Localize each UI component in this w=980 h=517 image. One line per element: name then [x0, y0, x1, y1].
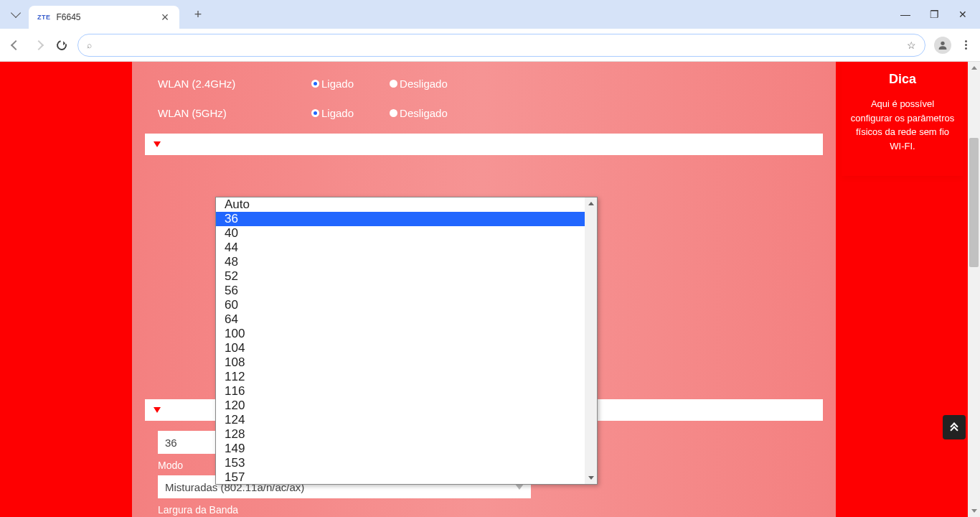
tip-body: Aqui é possível configurar os parâmetros… [850, 97, 955, 153]
person-icon [937, 39, 948, 51]
bookmark-star-icon[interactable]: ☆ [907, 39, 916, 51]
arrow-left-icon [11, 39, 21, 50]
scroll-down-button[interactable] [585, 472, 597, 484]
radio-label-off: Desligado [400, 78, 448, 90]
svg-point-0 [941, 41, 944, 45]
dropdown-scrollbar[interactable] [585, 197, 597, 484]
reload-icon [55, 38, 68, 52]
chevron-down-icon [11, 8, 21, 18]
radio-label-off: Desligado [400, 107, 448, 119]
channel-dropdown-popup: Auto364044485256606410010410811211612012… [215, 197, 598, 485]
wlan-24ghz-row: WLAN (2.4GHz) Ligado Desligado [145, 69, 823, 98]
channel-option[interactable]: 128 [216, 427, 585, 442]
back-to-top-button[interactable] [943, 415, 966, 439]
back-button[interactable] [9, 38, 23, 52]
wlan-5ghz-label: WLAN (5GHz) [158, 107, 311, 119]
reload-button[interactable] [55, 38, 69, 52]
select-arrow-icon [515, 484, 524, 490]
close-tab-icon[interactable]: × [159, 11, 171, 24]
tab-search-dropdown[interactable] [6, 4, 26, 24]
channel-option[interactable]: 157 [216, 470, 585, 484]
channel-option[interactable]: 40 [216, 226, 585, 241]
channel-option[interactable]: 48 [216, 255, 585, 269]
channel-option[interactable]: 36 [216, 212, 585, 226]
channel-option[interactable]: 116 [216, 384, 585, 399]
close-window-button[interactable]: ✕ [957, 9, 969, 20]
bandwidth-label: Largura da Banda [145, 498, 823, 517]
kebab-menu-button[interactable] [960, 40, 971, 50]
scroll-up-button[interactable] [585, 197, 597, 210]
channel-option[interactable]: 52 [216, 269, 585, 284]
new-tab-button[interactable]: + [188, 4, 208, 24]
toolbar-row: ⌕ ☆ [0, 29, 980, 62]
channel-option[interactable]: 104 [216, 341, 585, 355]
minimize-button[interactable]: — [900, 9, 911, 20]
scrollbar-thumb[interactable] [969, 138, 979, 267]
active-tab[interactable]: ZTE F6645 × [29, 6, 179, 29]
scroll-up-button[interactable] [968, 62, 980, 74]
wlan-24ghz-label: WLAN (2.4GHz) [158, 78, 311, 90]
channel-dropdown-list[interactable]: Auto364044485256606410010410811211612012… [216, 197, 585, 484]
channel-option[interactable]: 120 [216, 399, 585, 413]
tab-title: F6645 [57, 12, 154, 22]
channel-option[interactable]: 56 [216, 284, 585, 298]
browser-tab-strip: ZTE F6645 × + — ❐ ✕ [0, 0, 980, 29]
page-viewport: WLAN (2.4GHz) Ligado Desligado WLAN (5GH… [0, 62, 980, 517]
arrow-right-icon [34, 39, 44, 50]
radio-label-on: Ligado [321, 107, 354, 119]
maximize-button[interactable]: ❐ [928, 9, 940, 20]
wlan-5ghz-off-radio[interactable] [390, 109, 397, 117]
radio-label-on: Ligado [321, 78, 354, 90]
channel-option[interactable]: 60 [216, 298, 585, 312]
channel-option[interactable]: 44 [216, 241, 585, 255]
scroll-down-button[interactable] [968, 505, 980, 517]
search-icon: ⌕ [87, 40, 92, 50]
wlan-5ghz-row: WLAN (5GHz) Ligado Desligado [145, 98, 823, 128]
wlan-24ghz-on-radio[interactable] [311, 80, 319, 88]
tab-favicon-text: ZTE [37, 14, 51, 21]
forward-button[interactable] [32, 38, 46, 52]
tip-card: Dica Aqui é possível configurar os parâm… [842, 62, 963, 176]
channel-option[interactable]: 64 [216, 312, 585, 327]
channel-option[interactable]: 153 [216, 456, 585, 470]
triangle-down-icon [154, 407, 161, 413]
channel-option[interactable]: 108 [216, 355, 585, 370]
address-bar[interactable]: ⌕ ☆ [77, 34, 925, 57]
wlan-5ghz-on-radio[interactable] [311, 109, 319, 117]
channel-option[interactable]: 124 [216, 413, 585, 427]
channel-select-value: 36 [165, 437, 177, 449]
profile-avatar[interactable] [934, 37, 951, 54]
channel-option[interactable]: 100 [216, 327, 585, 341]
double-chevron-up-icon [951, 424, 957, 431]
channel-option[interactable]: Auto [216, 197, 585, 212]
triangle-down-icon [154, 141, 161, 147]
tip-title: Dica [850, 72, 955, 87]
page-scrollbar[interactable] [968, 62, 980, 517]
channel-option[interactable]: 112 [216, 370, 585, 384]
window-controls: — ❐ ✕ [900, 9, 974, 20]
wlan-24ghz-off-radio[interactable] [390, 80, 397, 88]
section-24ghz-header[interactable] [145, 134, 823, 155]
channel-option[interactable]: 149 [216, 442, 585, 456]
